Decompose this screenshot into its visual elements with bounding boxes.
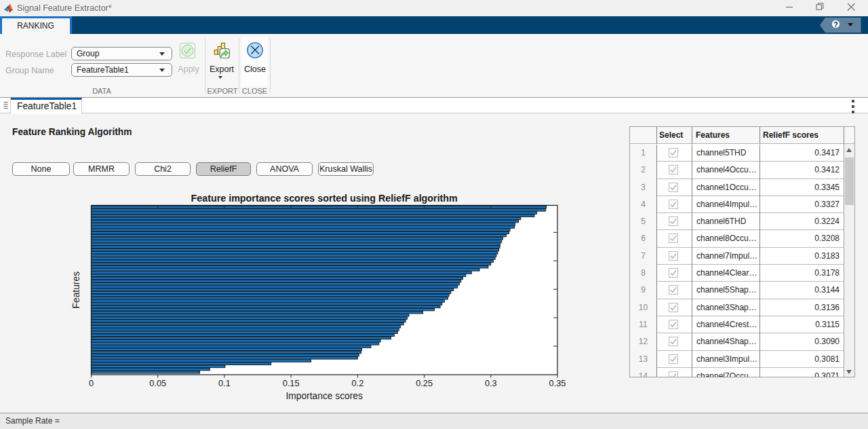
svg-text:0.3: 0.3 <box>485 378 497 388</box>
svg-text:0.25: 0.25 <box>416 378 433 388</box>
svg-text:0.05: 0.05 <box>149 378 166 388</box>
svg-text:0.2: 0.2 <box>352 378 364 388</box>
svg-text:0.1: 0.1 <box>218 378 231 388</box>
svg-text:0.35: 0.35 <box>549 378 566 388</box>
svg-text:0: 0 <box>89 378 94 388</box>
svg-text:Feature importance scores sort: Feature importance scores sorted using R… <box>191 193 458 204</box>
svg-text:Features: Features <box>71 272 81 309</box>
svg-text:0.15: 0.15 <box>283 378 300 388</box>
svg-text:Importance scores: Importance scores <box>285 391 363 401</box>
